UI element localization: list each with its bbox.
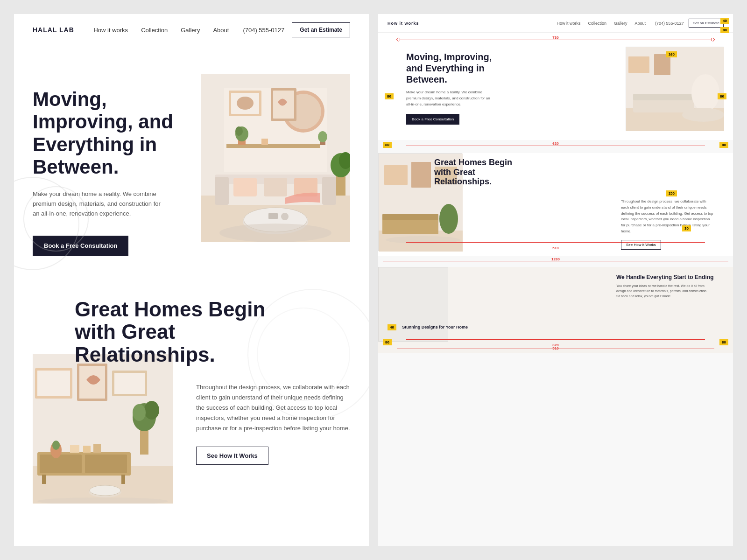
section2: Great Homes Begin with Great Relationshi… [14, 280, 369, 532]
spec-section2: Great Homes Begin with Great Relationshi… [378, 153, 733, 256]
spec-hero-title: Moving, Improving, and Everything in Bet… [406, 51, 500, 85]
spec-nav-about: About [635, 21, 646, 26]
spec-s2-title: Great Homes Begin with Great Relationshi… [434, 158, 528, 187]
svg-point-53 [133, 404, 146, 421]
badge-top-right: 40 [720, 18, 729, 24]
spec-s3-body: You share your ideas nd we handle the re… [616, 283, 710, 299]
see-how-it-works-button[interactable]: See How It Works [196, 447, 268, 465]
spec-s3-sub: Stunning Designs for Your Home [402, 325, 468, 329]
svg-point-40 [52, 441, 60, 450]
svg-point-61 [691, 74, 719, 112]
spec-section3: We Handle Everyting Start to Ending You … [378, 267, 733, 353]
spec-s3-badge-right: 80 [719, 339, 728, 345]
spec-divider-1: 620 80 80 [378, 140, 733, 153]
svg-rect-26 [268, 213, 278, 219]
nav-about[interactable]: About [213, 27, 229, 34]
badge-160: 160 [666, 51, 677, 57]
spec-nav: How it works How it works Collection Gal… [378, 14, 733, 33]
spec-s3-label-620: 620 [552, 343, 558, 347]
svg-rect-22 [264, 178, 287, 196]
svg-point-7 [237, 97, 254, 110]
svg-rect-36 [85, 455, 127, 473]
badge-left-80: 80 [385, 93, 394, 99]
measure-620-line [406, 146, 705, 146]
svg-rect-37 [42, 475, 46, 484]
spec-nav-how: How it works [557, 21, 581, 26]
badge-below-cta: 80 [720, 27, 729, 33]
hero-image [201, 74, 350, 242]
svg-rect-21 [233, 178, 257, 196]
arrow-right-730 [711, 38, 715, 42]
spec-s3-badge-left: 80 [383, 339, 392, 345]
svg-point-28 [219, 224, 331, 242]
svg-rect-41 [70, 445, 79, 453]
get-estimate-button[interactable]: Get an Estimate [292, 22, 350, 37]
label-730: 730 [552, 35, 558, 40]
nav-how-it-works[interactable]: How it works [93, 27, 128, 34]
spec-s3-measure-620 [406, 339, 705, 340]
section2-content: Throughout the design process, we collab… [187, 298, 350, 465]
label-510: 510 [552, 246, 558, 250]
svg-rect-42 [83, 446, 91, 453]
svg-rect-20 [322, 177, 336, 205]
nav-links: How it works Collection Gallery About [93, 26, 229, 34]
hero-section: Moving, Improving, and Everything in Bet… [14, 46, 369, 280]
svg-rect-49 [114, 373, 145, 394]
spec-s2-header: Great Homes Begin with Great Relationshi… [434, 158, 724, 187]
badge-left-80b: 80 [383, 142, 392, 148]
spec-hero: 80 80 160 Mo [378, 47, 733, 140]
nav-gallery[interactable]: Gallery [181, 27, 200, 34]
svg-point-13 [235, 126, 243, 136]
svg-rect-72 [411, 162, 431, 188]
badge-right-80: 80 [718, 93, 726, 99]
nav-logo: HALAL LAB [33, 26, 74, 34]
svg-rect-69 [382, 214, 438, 220]
spec-s2-content: Throughout the design process, we collab… [621, 195, 724, 250]
spec-s3-title: We Handle Everyting Start to Ending [616, 274, 724, 280]
spec-nav-gallery: Gallery [614, 21, 627, 26]
svg-rect-19 [215, 177, 229, 205]
spec-get-estimate[interactable]: Get an Estimate [689, 19, 724, 28]
svg-rect-38 [121, 475, 125, 484]
label-620: 620 [552, 141, 558, 146]
svg-point-52 [144, 401, 159, 420]
svg-rect-14 [261, 139, 268, 145]
spec-divider-1280: 1280 [378, 256, 733, 267]
spec-hero-sub: Make your dream home a reality. We combi… [406, 90, 490, 107]
svg-rect-43 [93, 444, 101, 453]
svg-rect-45 [37, 371, 70, 396]
hero-title: Moving, Improving, and Everything in Bet… [33, 88, 187, 178]
svg-point-55 [90, 485, 120, 496]
section2-body: Throughout the design process, we collab… [196, 382, 350, 434]
spec-hero-img-placeholder [626, 47, 724, 131]
svg-point-27 [281, 213, 289, 220]
spec-nav-collection: Collection [588, 21, 607, 26]
svg-point-16 [318, 131, 327, 142]
spec-s2-body: Throughout the design process, we collab… [621, 199, 714, 235]
svg-rect-63 [628, 56, 649, 73]
spec-view: How it works How it works Collection Gal… [378, 14, 733, 546]
spec-s3-img [378, 267, 448, 342]
svg-point-70 [439, 204, 458, 234]
label-1280: 1280 [551, 257, 560, 261]
nav-phone: (704) 555-0127 [243, 27, 284, 34]
section2-image [33, 354, 173, 504]
badge-right-80b: 80 [719, 142, 728, 148]
badge-150: 150 [666, 190, 677, 196]
spec-see-how[interactable]: See How It Works [621, 240, 661, 250]
spec-hero-content: Moving, Improving, and Everything in Bet… [406, 51, 500, 125]
badge-40-s3: 40 [388, 324, 396, 330]
main-website-panel: HALAL LAB How it works Collection Galler… [14, 14, 369, 546]
spec-s3-subtitle-area: 40 Stunning Designs for Your Home [388, 322, 468, 330]
measure-line-730 [400, 40, 712, 40]
spec-s3-content: We Handle Everyting Start to Ending You … [616, 274, 724, 299]
measure-row-730: 730 [378, 33, 733, 47]
svg-rect-35 [40, 455, 82, 473]
spec-logo: How it works [388, 21, 419, 26]
spec-phone: (704) 555-0127 [655, 21, 684, 26]
spec-panel: How it works How it works Collection Gal… [378, 14, 733, 546]
spec-s3-510-line [397, 349, 714, 349]
spec-book-consultation[interactable]: Book a Free Consultation [406, 114, 459, 125]
badge-30: 30 [682, 225, 691, 231]
nav-collection[interactable]: Collection [141, 27, 168, 34]
